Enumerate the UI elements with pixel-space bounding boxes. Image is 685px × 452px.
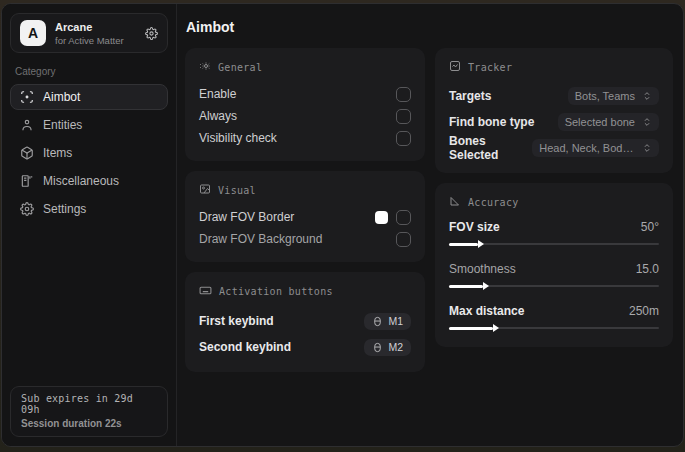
list-icon <box>20 174 34 188</box>
sidebar-item-label: Miscellaneous <box>43 174 119 188</box>
sidebar-item-miscellaneous[interactable]: Miscellaneous <box>10 168 168 194</box>
mouse-icon <box>372 342 383 353</box>
setting-label: Smoothness <box>449 262 516 276</box>
setting-row-first-keybind: First keybind M1 <box>199 308 411 334</box>
unfold-icon <box>642 143 652 153</box>
setting-label: Second keybind <box>199 340 291 354</box>
setting-label: First keybind <box>199 314 274 328</box>
setting-label: Targets <box>449 89 491 103</box>
fov-border-color-swatch[interactable] <box>375 211 388 224</box>
settings-gear-icon[interactable] <box>145 27 158 40</box>
setting-row-find-bone-type: Find bone type Selected bone <box>449 109 659 135</box>
smoothness-slider[interactable] <box>449 282 659 291</box>
fov-size-slider[interactable] <box>449 240 659 249</box>
dropdown-value: Head, Neck, Body, Pe.. <box>539 142 635 154</box>
slider-value: 50° <box>641 220 659 234</box>
setting-label: FOV size <box>449 220 500 234</box>
draw-fov-background-checkbox[interactable] <box>396 232 411 247</box>
setting-label: Draw FOV Background <box>199 232 322 246</box>
targets-dropdown[interactable]: Bots, Teams <box>568 87 659 105</box>
visual-eye-icon <box>199 183 211 197</box>
main-content: Aimbot General Enable <box>177 4 684 446</box>
setting-label: Always <box>199 109 237 123</box>
fov-size-setting: FOV size 50° <box>449 218 659 249</box>
card-title: General <box>218 62 262 73</box>
max-distance-slider[interactable] <box>449 324 659 333</box>
card-title: Activation buttons <box>219 286 333 297</box>
sidebar: A Arcane for Active Matter Category Aimb… <box>2 4 177 446</box>
enable-checkbox[interactable] <box>396 87 411 102</box>
sidebar-item-entities[interactable]: Entities <box>10 112 168 138</box>
sub-expires-text: Sub expires in 29d 09h <box>21 393 157 415</box>
max-distance-setting: Max distance 250m <box>449 302 659 333</box>
app-logo: A <box>20 20 46 46</box>
category-label: Category <box>15 66 176 77</box>
keyboard-icon <box>199 284 212 299</box>
setting-row-draw-fov-background: Draw FOV Background <box>199 228 411 250</box>
setting-label: Visibility check <box>199 131 277 145</box>
general-settings-icon <box>199 60 211 74</box>
session-duration-text: Session duration 22s <box>21 418 157 429</box>
keybind-value: M2 <box>388 341 403 353</box>
accuracy-card: Accuracy FOV size 50° <box>435 183 673 347</box>
setting-label: Enable <box>199 87 236 101</box>
slider-value: 15.0 <box>636 262 659 276</box>
gear-icon <box>20 202 34 216</box>
keybind-value: M1 <box>388 315 403 327</box>
sidebar-item-label: Entities <box>43 118 82 132</box>
card-title: Visual <box>218 185 256 196</box>
setting-row-draw-fov-border: Draw FOV Border <box>199 206 411 228</box>
bones-selected-dropdown[interactable]: Head, Neck, Body, Pe.. <box>532 139 659 157</box>
dropdown-value: Bots, Teams <box>575 90 635 102</box>
app-header-card: A Arcane for Active Matter <box>10 13 168 53</box>
entities-icon <box>20 118 34 132</box>
setting-row-visibility-check: Visibility check <box>199 127 411 149</box>
draw-fov-border-checkbox[interactable] <box>396 210 411 225</box>
sidebar-nav: Aimbot Entities Items Miscellaneous <box>2 84 176 222</box>
setting-row-always: Always <box>199 105 411 127</box>
card-title: Tracker <box>468 62 512 73</box>
crosshair-scan-icon <box>20 90 34 104</box>
always-checkbox[interactable] <box>396 109 411 124</box>
app-title-block: Arcane for Active Matter <box>55 21 124 46</box>
find-bone-type-dropdown[interactable]: Selected bone <box>558 113 659 131</box>
sidebar-item-label: Items <box>43 146 72 160</box>
sidebar-item-items[interactable]: Items <box>10 140 168 166</box>
visual-card: Visual Draw FOV Border Draw FOV Backgrou… <box>185 171 425 262</box>
sidebar-item-aimbot[interactable]: Aimbot <box>10 84 168 110</box>
visibility-check-checkbox[interactable] <box>396 131 411 146</box>
app-subtitle: for Active Matter <box>55 35 124 46</box>
setting-label: Max distance <box>449 304 524 318</box>
unfold-icon <box>642 91 652 101</box>
sidebar-item-label: Settings <box>43 202 86 216</box>
dropdown-value: Selected bone <box>565 116 635 128</box>
subscription-info-card: Sub expires in 29d 09h Session duration … <box>10 386 168 437</box>
angle-icon <box>449 195 461 209</box>
cube-icon <box>20 146 34 160</box>
setting-row-enable: Enable <box>199 83 411 105</box>
app-name: Arcane <box>55 21 124 33</box>
sidebar-item-settings[interactable]: Settings <box>10 196 168 222</box>
tracker-card: Tracker Targets Bots, Teams Find bone ty… <box>435 48 673 173</box>
tracker-icon <box>449 60 461 74</box>
unfold-icon <box>642 117 652 127</box>
slider-value: 250m <box>629 304 659 318</box>
second-keybind-button[interactable]: M2 <box>364 339 411 356</box>
setting-row-second-keybind: Second keybind M2 <box>199 334 411 360</box>
setting-row-targets: Targets Bots, Teams <box>449 83 659 109</box>
setting-label: Draw FOV Border <box>199 210 294 224</box>
card-title: Accuracy <box>468 197 519 208</box>
setting-label: Find bone type <box>449 115 534 129</box>
sidebar-item-label: Aimbot <box>43 90 80 104</box>
mouse-icon <box>372 316 383 327</box>
page-title: Aimbot <box>186 19 673 35</box>
setting-row-bones-selected: Bones Selected Head, Neck, Body, Pe.. <box>449 135 659 161</box>
first-keybind-button[interactable]: M1 <box>364 313 411 330</box>
app-window: A Arcane for Active Matter Category Aimb… <box>1 3 684 447</box>
setting-label: Bones Selected <box>449 134 526 162</box>
general-card: General Enable Always Visibility check <box>185 48 425 161</box>
activation-buttons-card: Activation buttons First keybind M1 Seco… <box>185 272 425 372</box>
smoothness-setting: Smoothness 15.0 <box>449 260 659 291</box>
